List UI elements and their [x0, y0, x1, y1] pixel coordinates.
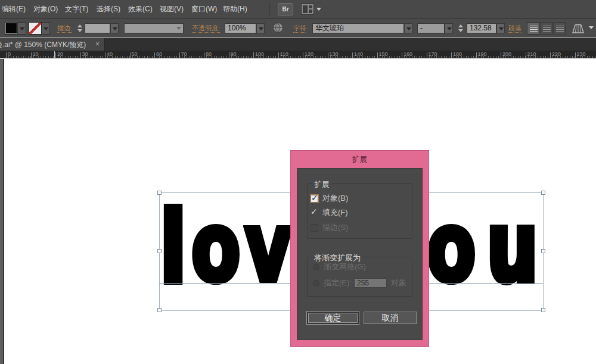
gradient-mesh-label: 渐变网格(G) — [324, 262, 366, 272]
canvas-text-letter[interactable]: u — [487, 200, 538, 295]
ruler-tick — [204, 52, 204, 58]
ruler-number: 20 — [57, 51, 63, 57]
ruler-number: 170 — [429, 51, 437, 57]
stroke-checkbox[interactable] — [311, 224, 318, 232]
ruler-tick — [253, 52, 254, 58]
object-checkbox[interactable]: ✓ — [311, 195, 318, 203]
fill-color-swatch[interactable] — [5, 22, 18, 35]
selection-handle[interactable] — [157, 308, 162, 312]
ruler-tick — [402, 52, 402, 58]
ruler-tick — [229, 52, 229, 58]
profile-dropdown-icon[interactable] — [176, 27, 181, 30]
align-left-button[interactable] — [527, 22, 539, 35]
ruler-tick — [6, 52, 7, 58]
canvas-text-letter[interactable]: o — [427, 200, 476, 295]
opacity-label[interactable]: 不透明度: — [192, 24, 220, 33]
menu-item-4[interactable]: 效果(C) — [128, 0, 160, 18]
ruler-tick — [80, 52, 81, 58]
canvas-text-letter[interactable]: o — [191, 200, 240, 295]
ruler-number: 220 — [552, 51, 561, 57]
font-size-field[interactable]: 132.58 — [467, 23, 496, 33]
font-size-stepper[interactable] — [458, 24, 464, 33]
paragraph-label[interactable]: 段落 — [508, 24, 522, 33]
ruler-number: 120 — [305, 51, 313, 57]
canvas-text-letter[interactable]: l — [161, 200, 185, 295]
menu-item-1[interactable]: 对象(O) — [33, 0, 65, 18]
specify-radio-row[interactable]: 指定(E): 255 对象 — [313, 279, 406, 287]
ruler-tick — [427, 52, 427, 58]
ruler-tick — [526, 52, 526, 58]
ruler-tick — [55, 52, 56, 58]
ruler-tick — [105, 52, 105, 58]
selection-handle[interactable] — [157, 249, 162, 253]
opacity-dropdown[interactable] — [256, 23, 265, 33]
fill-color-dropdown[interactable] — [18, 22, 26, 35]
align-right-button[interactable] — [553, 22, 566, 35]
objects-suffix-label: 对象 — [391, 278, 406, 288]
character-label[interactable]: 字符 — [293, 24, 306, 33]
menu-item-3[interactable]: 选择(S) — [97, 0, 128, 18]
selection-handle[interactable] — [157, 191, 162, 195]
selection-handle[interactable] — [541, 191, 545, 195]
expand-group-label: 扩展 — [312, 179, 332, 190]
font-family-dropdown[interactable] — [404, 23, 412, 33]
ruler-tick — [377, 52, 378, 58]
menu-item-6[interactable]: 窗口(W) — [191, 0, 223, 18]
specify-radio-label: 指定(E): — [324, 278, 352, 288]
selection-handle[interactable] — [541, 249, 545, 253]
workspace-switcher-button[interactable] — [301, 3, 322, 15]
font-style-dropdown[interactable] — [445, 23, 453, 33]
stroke-label[interactable]: 描边: — [57, 24, 72, 33]
document-setup-globe-icon[interactable] — [273, 23, 283, 33]
object-checkbox-row[interactable]: ✓ 对象(B) — [311, 194, 348, 203]
variable-width-profile-field[interactable] — [124, 23, 184, 33]
ok-button[interactable]: 确定 — [306, 311, 359, 325]
fan-dropdown-icon[interactable] — [589, 26, 594, 29]
menu-item-7[interactable]: 帮助(H) — [223, 0, 254, 18]
ruler-number: 190 — [478, 51, 487, 57]
font-style-field[interactable]: - — [417, 23, 445, 33]
fill-checkbox-row[interactable]: ✓ 填充(F) — [311, 209, 348, 217]
canvas-text-letter[interactable]: v — [245, 200, 291, 295]
bridge-button[interactable]: Br — [278, 3, 293, 15]
stroke-color-swatch[interactable] — [29, 22, 42, 35]
stroke-weight-field[interactable] — [85, 23, 110, 33]
specify-objects-input[interactable]: 255 — [354, 278, 387, 288]
stroke-weight-dropdown[interactable] — [110, 23, 119, 33]
fill-checkbox[interactable]: ✓ — [311, 209, 318, 217]
window-left-edge — [0, 59, 4, 364]
ruler-number: 180 — [453, 51, 462, 57]
ruler-number: 30 — [82, 51, 88, 57]
check-icon: ✓ — [311, 207, 318, 216]
tab-close-icon[interactable]: × — [95, 40, 100, 48]
ruler-tick — [451, 52, 452, 58]
font-size-dropdown[interactable] — [496, 23, 505, 33]
font-family-field[interactable]: 华文琥珀 — [312, 23, 404, 33]
dialog-title[interactable]: 扩展 — [291, 151, 429, 168]
horizontal-ruler: 0102030405060708090100110120130140150160… — [0, 51, 596, 58]
stroke-checkbox-row[interactable]: 描边(S) — [311, 223, 348, 232]
cancel-button[interactable]: 取消 — [364, 312, 417, 324]
ruler-tick — [179, 52, 180, 58]
specify-radio[interactable] — [313, 280, 319, 287]
ruler-tick — [303, 52, 303, 58]
gradient-mesh-radio[interactable] — [313, 264, 319, 270]
ruler-number: 110 — [280, 51, 288, 57]
fill-checkbox-label: 填充(F) — [322, 207, 348, 218]
menu-item-0[interactable]: 编辑(E) — [2, 0, 33, 18]
menu-item-5[interactable]: 视图(V) — [160, 0, 191, 18]
stroke-weight-stepper[interactable] — [77, 24, 83, 33]
align-center-button[interactable] — [540, 22, 552, 35]
ruler-number: 230 — [577, 51, 586, 57]
ruler-number: 70 — [181, 51, 187, 57]
selection-handle[interactable] — [541, 308, 545, 312]
ruler-number: 150 — [379, 51, 388, 57]
expand-dialog: 扩展 扩展 ✓ 对象(B) ✓ 填充(F) 描边(S) 将渐变扩展为 渐变网格(… — [290, 150, 429, 347]
fan-widget-icon[interactable] — [571, 23, 585, 33]
menu-item-2[interactable]: 文字(T) — [65, 0, 97, 18]
gradient-mesh-radio-row[interactable]: 渐变网格(G) — [313, 263, 366, 271]
ruler-number: 40 — [107, 51, 113, 57]
opacity-field[interactable]: 100% — [225, 23, 256, 33]
stroke-color-dropdown[interactable] — [42, 22, 50, 35]
document-tab[interactable]: 验.ai* @ 150% (CMYK/预览) × — [0, 38, 105, 51]
